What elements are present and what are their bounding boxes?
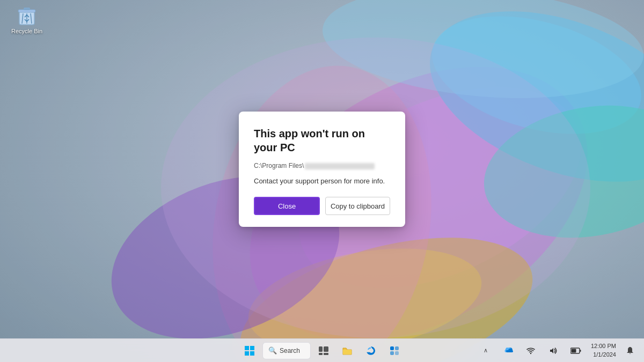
svg-rect-30 — [390, 351, 394, 355]
path-prefix: C:\Program Files\ — [254, 162, 304, 169]
wifi-icon[interactable] — [520, 341, 541, 360]
clock-time: 12:00 PM — [591, 342, 616, 350]
svg-rect-19 — [245, 346, 249, 350]
dialog-title: This app won't run on your PC — [254, 127, 390, 154]
dialog-buttons: Close Copy to clipboard — [254, 197, 390, 215]
taskbar-center: 🔍 Search — [239, 341, 405, 360]
battery-icon[interactable] — [565, 341, 587, 360]
clock-date: 1/1/2024 — [591, 351, 616, 359]
search-label: Search — [280, 347, 300, 354]
svg-rect-21 — [245, 351, 249, 356]
svg-rect-20 — [250, 346, 254, 350]
svg-rect-26 — [324, 353, 328, 355]
path-blur — [305, 163, 375, 169]
error-dialog: This app won't run on your PC C:\Program… — [239, 112, 405, 227]
desktop: Recycle Bin This app won't run on your P… — [0, 0, 644, 362]
svg-rect-24 — [324, 346, 328, 352]
dialog-message: Contact your support person for more inf… — [254, 176, 390, 187]
widgets-button[interactable] — [384, 341, 405, 360]
system-clock[interactable]: 12:00 PM 1/1/2024 — [588, 342, 619, 359]
search-icon: 🔍 — [268, 346, 277, 354]
svg-rect-33 — [580, 350, 581, 352]
start-button[interactable] — [239, 341, 260, 360]
svg-rect-29 — [395, 346, 399, 350]
svg-rect-22 — [250, 351, 254, 356]
taskbar-right: ∧ — [475, 341, 640, 360]
svg-rect-23 — [319, 346, 323, 352]
notification-button[interactable] — [620, 341, 640, 360]
svg-rect-34 — [571, 349, 576, 352]
volume-icon[interactable] — [543, 341, 564, 360]
svg-rect-27 — [343, 350, 352, 354]
svg-rect-31 — [395, 351, 399, 355]
taskbar: 🔍 Search — [0, 338, 644, 362]
dialog-overlay: This app won't run on your PC C:\Program… — [0, 0, 644, 338]
svg-rect-28 — [390, 346, 394, 350]
file-explorer-button[interactable] — [336, 341, 358, 360]
copy-to-clipboard-button[interactable]: Copy to clipboard — [325, 197, 390, 215]
dialog-path: C:\Program Files\ — [254, 162, 390, 169]
close-button[interactable]: Close — [254, 197, 320, 215]
onedrive-icon[interactable] — [497, 341, 519, 360]
task-view-button[interactable] — [313, 341, 334, 360]
edge-browser-button[interactable] — [360, 341, 382, 360]
search-button[interactable]: 🔍 Search — [262, 342, 311, 359]
show-hidden-icons-button[interactable]: ∧ — [475, 341, 496, 360]
svg-rect-25 — [319, 353, 323, 355]
